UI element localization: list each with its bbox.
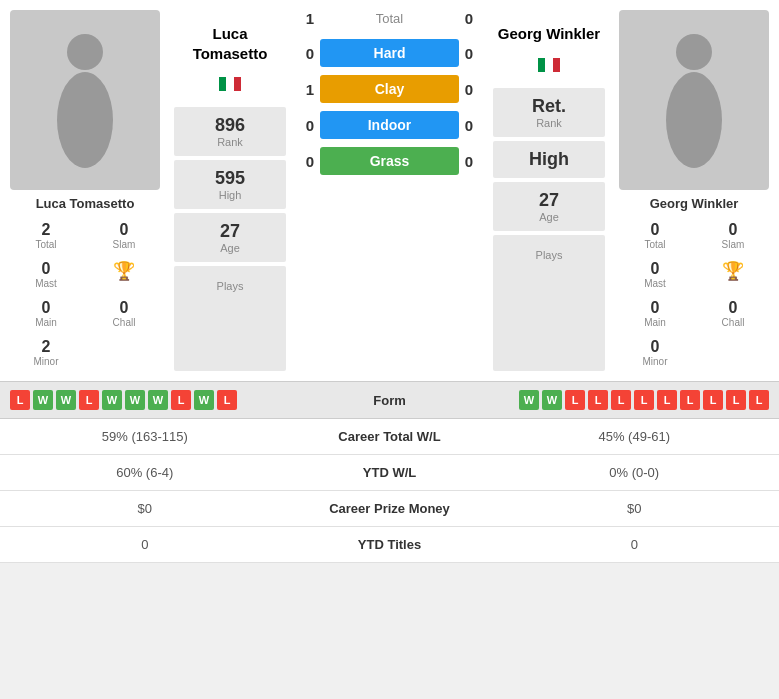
- stats-row-left-1: 60% (6-4): [0, 465, 290, 480]
- svg-point-0: [67, 34, 103, 70]
- stats-row-right-3: 0: [490, 537, 780, 552]
- right-age-value: 27: [497, 190, 601, 211]
- left-player-photo: [10, 10, 160, 190]
- svg-point-2: [676, 34, 712, 70]
- left-player-stats-grid: 2 Total 0 Slam 0 Mast 🏆 0 Main: [0, 217, 170, 371]
- right-rank-box: Ret. Rank: [493, 88, 605, 137]
- left-form-badge-l: L: [79, 390, 99, 410]
- stats-row-label-2: Career Prize Money: [290, 501, 490, 516]
- indoor-left-score: 0: [300, 117, 320, 134]
- hard-row: 0 Hard 0: [300, 39, 479, 67]
- stats-row-right-2: $0: [490, 501, 780, 516]
- right-mast-value: 0: [619, 260, 691, 278]
- grass-row: 0 Grass 0: [300, 147, 479, 175]
- left-center-stats: Luca Tomasetto 896 Rank 595 High 27 Age …: [170, 10, 290, 371]
- left-minor-cell: 2 Minor: [8, 334, 84, 371]
- stats-row-right-0: 45% (49-61): [490, 429, 780, 444]
- grass-right-score: 0: [459, 153, 479, 170]
- left-main-value: 0: [10, 299, 82, 317]
- indoor-row: 0 Indoor 0: [300, 111, 479, 139]
- stats-row-0: 59% (163-115) Career Total W/L 45% (49-6…: [0, 419, 779, 455]
- left-age-value: 27: [178, 221, 282, 242]
- right-form-badge-w: W: [519, 390, 539, 410]
- right-form-badges: WWLLLLLLLLL: [430, 390, 770, 410]
- left-chall-value: 0: [88, 299, 160, 317]
- right-form-badge-l: L: [588, 390, 608, 410]
- left-minor-label: Minor: [10, 356, 82, 367]
- right-flag: [538, 58, 560, 72]
- right-plays-box: Plays: [493, 235, 605, 372]
- left-chall-label: Chall: [88, 317, 160, 328]
- stats-rows: 59% (163-115) Career Total W/L 45% (49-6…: [0, 418, 779, 563]
- total-left-score: 1: [300, 10, 320, 27]
- left-total-cell: 2 Total: [8, 217, 84, 254]
- clay-row: 1 Clay 0: [300, 75, 479, 103]
- left-form-badge-w: W: [148, 390, 168, 410]
- right-minor-cell: 0 Minor: [617, 334, 693, 371]
- left-age-label: Age: [178, 242, 282, 254]
- right-total-label: Total: [619, 239, 691, 250]
- total-right-score: 0: [459, 10, 479, 27]
- left-form-badge-l: L: [171, 390, 191, 410]
- right-form-badge-l: L: [703, 390, 723, 410]
- right-high-box: High: [493, 141, 605, 178]
- right-form-badge-l: L: [634, 390, 654, 410]
- left-high-value: 595: [178, 168, 282, 189]
- left-form-badge-l: L: [10, 390, 30, 410]
- stats-row-left-2: $0: [0, 501, 290, 516]
- right-form-badge-l: L: [749, 390, 769, 410]
- left-chall-cell: 0 Chall: [86, 295, 162, 332]
- right-age-label: Age: [497, 211, 601, 223]
- right-main-label: Main: [619, 317, 691, 328]
- right-form-badge-l: L: [565, 390, 585, 410]
- left-rank-label: Rank: [178, 136, 282, 148]
- form-section: LWWLWWWLWL Form WWLLLLLLLLL: [0, 381, 779, 418]
- right-main-value: 0: [619, 299, 691, 317]
- form-label: Form: [350, 393, 430, 408]
- left-flag: [219, 77, 241, 91]
- total-label: Total: [320, 11, 459, 26]
- stats-row-right-1: 0% (0-0): [490, 465, 780, 480]
- left-player-card: Luca Tomasetto 2 Total 0 Slam 0 Mast 🏆: [0, 10, 170, 371]
- right-form-badge-l: L: [657, 390, 677, 410]
- right-player-stats-grid: 0 Total 0 Slam 0 Mast 🏆 0 Main: [609, 217, 779, 371]
- stats-row-2: $0 Career Prize Money $0: [0, 491, 779, 527]
- left-form-badge-w: W: [194, 390, 214, 410]
- left-form-badge-w: W: [102, 390, 122, 410]
- right-main-cell: 0 Main: [617, 295, 693, 332]
- stats-row-left-0: 59% (163-115): [0, 429, 290, 444]
- stats-row-3: 0 YTD Titles 0: [0, 527, 779, 563]
- player-comparison: Luca Tomasetto 2 Total 0 Slam 0 Mast 🏆: [0, 0, 779, 381]
- left-form-badge-w: W: [56, 390, 76, 410]
- right-age-box: 27 Age: [493, 182, 605, 231]
- left-mast-value: 0: [10, 260, 82, 278]
- left-high-label: High: [178, 189, 282, 201]
- right-name-center: Georg Winkler: [498, 24, 600, 44]
- left-form-badge-l: L: [217, 390, 237, 410]
- left-name-center: Luca Tomasetto: [174, 24, 286, 63]
- left-plays-box: Plays: [174, 266, 286, 371]
- clay-badge: Clay: [320, 75, 459, 103]
- right-player-card: Georg Winkler 0 Total 0 Slam 0 Mast 🏆: [609, 10, 779, 371]
- total-row: 1 Total 0: [300, 10, 479, 27]
- grass-badge: Grass: [320, 147, 459, 175]
- right-chall-cell: 0 Chall: [695, 295, 771, 332]
- indoor-right-score: 0: [459, 117, 479, 134]
- right-plays-label: Plays: [497, 249, 601, 261]
- left-high-box: 595 High: [174, 160, 286, 209]
- right-mast-label: Mast: [619, 278, 691, 289]
- right-high-value: High: [497, 149, 601, 170]
- left-minor-value: 2: [10, 338, 82, 356]
- hard-right-score: 0: [459, 45, 479, 62]
- right-rank-label: Rank: [497, 117, 601, 129]
- left-plays-label: Plays: [178, 280, 282, 292]
- left-total-value: 2: [10, 221, 82, 239]
- left-trophy-cell: 🏆: [86, 256, 162, 293]
- svg-point-3: [666, 72, 722, 168]
- stats-row-label-1: YTD W/L: [290, 465, 490, 480]
- stats-row-label-0: Career Total W/L: [290, 429, 490, 444]
- left-main-label: Main: [10, 317, 82, 328]
- right-player-photo: [619, 10, 769, 190]
- right-form-badge-l: L: [680, 390, 700, 410]
- left-slam-cell: 0 Slam: [86, 217, 162, 254]
